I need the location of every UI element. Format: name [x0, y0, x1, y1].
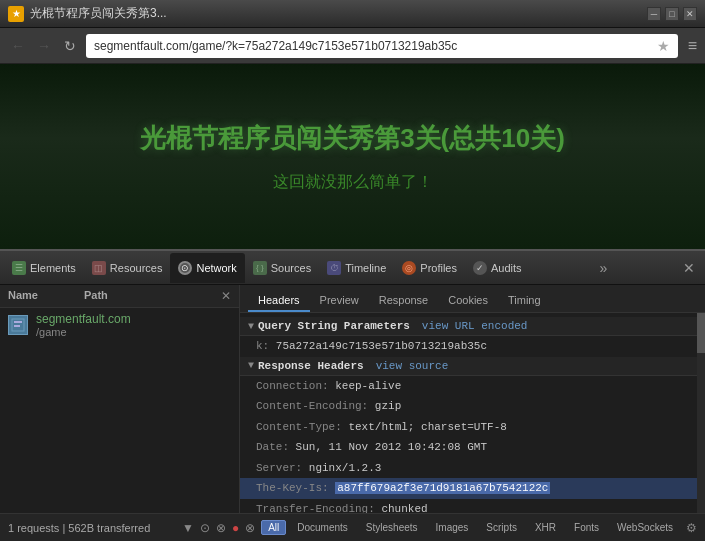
favicon-icon: ★	[8, 6, 24, 22]
title-bar: ★ 光棍节程序员闯关秀第3... ─ □ ✕	[0, 0, 705, 28]
sources-icon: { }	[253, 261, 267, 275]
maximize-button[interactable]: □	[665, 7, 679, 21]
response-headers-arrow: ▼	[248, 360, 254, 371]
network-request-row[interactable]: segmentfault.com /game	[0, 308, 239, 342]
filter-documents[interactable]: Documents	[290, 520, 355, 535]
view-source-link[interactable]: view source	[376, 360, 449, 372]
filter-xhr[interactable]: XHR	[528, 520, 563, 535]
window-controls: ─ □ ✕	[647, 7, 697, 21]
content-type-val: text/html; charset=UTF-8	[348, 421, 506, 433]
view-url-encoded-link[interactable]: view URL encoded	[422, 320, 528, 332]
url-input[interactable]: segmentfault.com/game/?k=75a272a149c7153…	[86, 34, 678, 58]
request-path: /game	[36, 326, 131, 338]
header-server: Server: nginx/1.2.3	[240, 458, 705, 479]
request-status: 1 requests | 562B transferred	[8, 522, 182, 534]
timeline-icon: ⏱	[327, 261, 341, 275]
url-text: segmentfault.com/game/?k=75a272a149c7153…	[94, 39, 653, 53]
svg-rect-1	[14, 321, 22, 323]
back-button[interactable]: ←	[8, 38, 28, 54]
address-bar: ← → ↻ segmentfault.com/game/?k=75a272a14…	[0, 28, 705, 64]
tab-response[interactable]: Response	[369, 290, 439, 312]
devtools-body: Name Path ✕ segmentfault.com /game	[0, 285, 705, 513]
more-tabs-button[interactable]: »	[593, 260, 613, 276]
filter-fonts[interactable]: Fonts	[567, 520, 606, 535]
tab-network-label: Network	[196, 262, 236, 274]
tab-cookies[interactable]: Cookies	[438, 290, 498, 312]
filter-icon[interactable]: ⊗	[245, 521, 255, 535]
header-transfer-encoding: Transfer-Encoding: chunked	[240, 499, 705, 514]
close-button[interactable]: ✕	[683, 7, 697, 21]
filter-stylesheets[interactable]: Stylesheets	[359, 520, 425, 535]
reload-button[interactable]: ↻	[60, 38, 80, 54]
server-key: Server:	[256, 462, 309, 474]
scroll-thumb[interactable]	[697, 313, 705, 353]
clear-network-icon[interactable]: ⊗	[216, 521, 226, 535]
tab-resources[interactable]: ◫ Resources	[84, 253, 171, 283]
tab-audits[interactable]: ✓ Audits	[465, 253, 530, 283]
param-key: k:	[256, 340, 276, 352]
transfer-encoding-key: Transfer-Encoding:	[256, 503, 381, 514]
devtools-panel: ☰ Elements ◫ Resources ⊙ Network { } Sou…	[0, 249, 705, 541]
svg-rect-2	[14, 325, 20, 327]
search-icon[interactable]: ⊙	[200, 521, 210, 535]
query-string-section-header[interactable]: ▼ Query String Parameters view URL encod…	[240, 317, 705, 336]
page-content-area: 光棍节程序员闯关秀第3关(总共10关) 这回就没那么简单了！	[0, 64, 705, 249]
settings-icon[interactable]: ⚙	[686, 521, 697, 535]
tab-timeline[interactable]: ⏱ Timeline	[319, 253, 394, 283]
connection-val: keep-alive	[335, 380, 401, 392]
page-title: 光棍节程序员闯关秀第3关(总共10关)	[140, 121, 565, 156]
resource-type-filters: All Documents Stylesheets Images Scripts…	[261, 520, 680, 535]
date-key: Date:	[256, 441, 296, 453]
tab-profiles[interactable]: ◎ Profiles	[394, 253, 465, 283]
tab-sources-label: Sources	[271, 262, 311, 274]
scrollbar[interactable]	[697, 313, 705, 513]
console-drawer-icon[interactable]: ▼	[182, 521, 194, 535]
param-val: 75a272a149c7153e571b0713219ab35c	[276, 340, 487, 352]
toggle-recording-icon[interactable]: ●	[232, 521, 239, 535]
tab-headers[interactable]: Headers	[248, 290, 310, 312]
tab-elements[interactable]: ☰ Elements	[4, 253, 84, 283]
filter-close-button[interactable]: ✕	[221, 289, 231, 303]
request-host: segmentfault.com	[36, 312, 131, 326]
header-the-key-is: The-Key-Is: a87ff679a2f3e71d9181a67b7542…	[240, 478, 705, 499]
window-title: 光棍节程序员闯关秀第3...	[30, 5, 647, 22]
path-column-header: Path	[84, 289, 108, 303]
tab-elements-label: Elements	[30, 262, 76, 274]
tab-profiles-label: Profiles	[420, 262, 457, 274]
header-date: Date: Sun, 11 Nov 2012 10:42:08 GMT	[240, 437, 705, 458]
transfer-encoding-val: chunked	[381, 503, 427, 514]
filter-websockets[interactable]: WebSockets	[610, 520, 680, 535]
tab-timing[interactable]: Timing	[498, 290, 551, 312]
content-type-key: Content-Type:	[256, 421, 348, 433]
elements-icon: ☰	[12, 261, 26, 275]
browser-menu-button[interactable]: ≡	[688, 37, 697, 55]
tab-resources-label: Resources	[110, 262, 163, 274]
page-subtitle: 这回就没那么简单了！	[273, 172, 433, 193]
detail-tabs: Headers Preview Response Cookies Timing	[240, 285, 705, 313]
request-info: segmentfault.com /game	[36, 312, 131, 338]
filter-images[interactable]: Images	[429, 520, 476, 535]
devtools-close-button[interactable]: ✕	[677, 260, 701, 276]
filter-scripts[interactable]: Scripts	[479, 520, 524, 535]
minimize-button[interactable]: ─	[647, 7, 661, 21]
the-key-is-val: a87ff679a2f3e71d9181a67b7542122c	[335, 482, 550, 494]
bookmark-icon[interactable]: ★	[657, 38, 670, 54]
request-type-icon	[8, 315, 28, 335]
content-encoding-val: gzip	[375, 400, 401, 412]
date-val: Sun, 11 Nov 2012 10:42:08 GMT	[296, 441, 487, 453]
tab-audits-label: Audits	[491, 262, 522, 274]
query-string-title: Query String Parameters	[258, 320, 410, 332]
header-content-type: Content-Type: text/html; charset=UTF-8	[240, 417, 705, 438]
response-headers-title: Response Headers	[258, 360, 364, 372]
tab-sources[interactable]: { } Sources	[245, 253, 319, 283]
tab-preview[interactable]: Preview	[310, 290, 369, 312]
profiles-icon: ◎	[402, 261, 416, 275]
headers-content: ▼ Query String Parameters view URL encod…	[240, 313, 705, 513]
header-connection: Connection: keep-alive	[240, 376, 705, 397]
tab-network[interactable]: ⊙ Network	[170, 253, 244, 283]
tab-timeline-label: Timeline	[345, 262, 386, 274]
filter-all[interactable]: All	[261, 520, 286, 535]
forward-button[interactable]: →	[34, 38, 54, 54]
network-icon: ⊙	[178, 261, 192, 275]
response-headers-section-header[interactable]: ▼ Response Headers view source	[240, 357, 705, 376]
